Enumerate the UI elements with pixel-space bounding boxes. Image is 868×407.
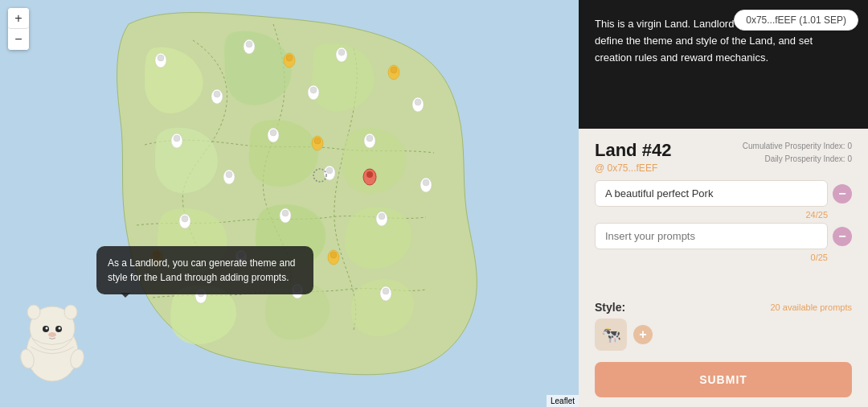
svg-point-32 — [326, 167, 333, 174]
zoom-controls: + − — [8, 8, 29, 50]
prompt-row-2: − — [595, 223, 852, 249]
speech-bubble: As a Landlord, you can generate theme an… — [96, 246, 313, 294]
prosperity-info: Cumulative Prosperity Index: 0 Daily Pro… — [743, 140, 852, 166]
prompt-remove-1-button[interactable]: − — [833, 184, 852, 204]
land-title: Land #42 — [595, 140, 671, 161]
wallet-badge[interactable]: 0x75...fEEF (1.01 SEP) — [734, 10, 858, 31]
svg-point-2 — [158, 55, 164, 61]
available-prompts: 20 available prompts — [770, 302, 852, 312]
svg-point-42 — [391, 67, 397, 73]
map-attribution: Leaflet — [547, 395, 579, 407]
svg-point-36 — [415, 99, 421, 105]
cumulative-label: Cumulative Prosperity Index: 0 — [743, 140, 852, 153]
svg-point-50 — [366, 171, 373, 178]
svg-point-58 — [46, 327, 48, 330]
zoom-in-button[interactable]: + — [8, 8, 29, 29]
submit-button[interactable]: SUBMIT — [595, 362, 852, 397]
prompt-row-1: − — [595, 180, 852, 207]
svg-point-54 — [27, 305, 40, 319]
wallet-address: 0x75...fEEF — [746, 14, 796, 26]
daily-label: Daily Prosperity Index: 0 — [743, 153, 852, 166]
map-container[interactable]: + − As a Landlord, you can generate them… — [0, 0, 579, 407]
svg-point-26 — [214, 91, 220, 97]
speech-bubble-text: As a Landlord, you can generate theme an… — [108, 257, 296, 283]
svg-point-24 — [383, 288, 389, 294]
svg-point-40 — [286, 55, 293, 61]
prompts-section: − 24/25 − 0/25 — [579, 180, 868, 296]
style-section: Style: 20 available prompts — [579, 296, 868, 317]
svg-point-10 — [270, 130, 276, 136]
prompt-counter-1: 24/25 — [595, 210, 852, 220]
svg-point-30 — [226, 171, 232, 178]
svg-point-28 — [310, 87, 317, 93]
prompt-input-1[interactable] — [595, 180, 828, 207]
style-nft-row: 🐄 + — [579, 317, 868, 356]
right-panel: 0x75...fEEF (1.01 SEP) This is a virgin … — [579, 0, 868, 407]
svg-point-4 — [246, 41, 252, 47]
prompt-counter-2: 0/25 — [595, 253, 852, 262]
svg-point-55 — [64, 305, 77, 319]
mascot — [16, 294, 88, 383]
style-label: Style: — [595, 301, 625, 314]
leaflet-text: Leaflet — [551, 397, 575, 405]
svg-point-38 — [423, 179, 429, 186]
zoom-out-button[interactable]: − — [8, 29, 29, 50]
svg-point-44 — [314, 138, 321, 144]
svg-point-16 — [282, 210, 289, 216]
land-owner: @ 0x75...fEEF — [595, 162, 671, 174]
svg-point-8 — [174, 135, 180, 142]
svg-point-59 — [59, 327, 61, 330]
nft-icon: 🐄 — [595, 319, 627, 351]
prompt-input-2[interactable] — [595, 223, 828, 249]
svg-point-6 — [338, 49, 345, 56]
svg-point-14 — [182, 216, 188, 222]
svg-point-46 — [330, 252, 337, 258]
land-details: Land #42 @ 0x75...fEEF Cumulative Prospe… — [579, 129, 868, 180]
add-style-button[interactable]: + — [633, 325, 653, 344]
svg-point-60 — [48, 332, 56, 337]
svg-point-12 — [366, 135, 373, 142]
prompt-remove-2-button[interactable]: − — [833, 227, 852, 246]
svg-point-18 — [379, 213, 385, 220]
wallet-balance: (1.01 SEP) — [799, 14, 846, 26]
